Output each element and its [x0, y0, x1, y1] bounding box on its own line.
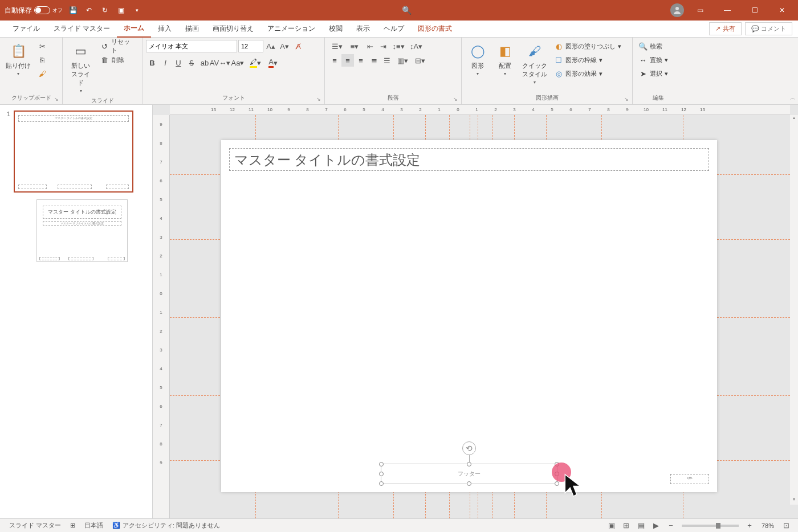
paste-button[interactable]: 📋 貼り付け ▾: [3, 40, 33, 79]
increase-font-icon[interactable]: A▴: [264, 40, 277, 52]
minimize-icon[interactable]: —: [716, 2, 739, 19]
justify-button[interactable]: ≣: [368, 54, 380, 67]
align-text-button[interactable]: ⊟▾: [412, 54, 429, 67]
shape-effects-button[interactable]: ◎図形の効果▾: [552, 67, 624, 80]
tab-transitions[interactable]: 画面切り替え: [206, 21, 260, 37]
status-mode[interactable]: スライド マスター: [5, 521, 66, 530]
quick-styles-button[interactable]: 🖌 クイック スタイル ▾: [520, 40, 549, 87]
align-right-button[interactable]: ≡: [355, 54, 367, 67]
title-placeholder[interactable]: マスター タイトルの書式設定: [229, 148, 709, 171]
strikethrough-button[interactable]: S̶: [185, 56, 198, 69]
qat-customize-icon[interactable]: ▾: [131, 5, 142, 16]
indent-increase-button[interactable]: ⇥: [377, 40, 389, 52]
toggle-switch[interactable]: [34, 6, 50, 14]
align-left-button[interactable]: ≡: [328, 54, 341, 67]
user-avatar-icon[interactable]: [670, 3, 684, 17]
resize-handle[interactable]: [467, 462, 471, 466]
new-slide-button[interactable]: ▭ 新しい スライド ▾: [66, 40, 96, 96]
font-name-input[interactable]: [146, 40, 237, 52]
find-button[interactable]: 🔍検索: [636, 40, 670, 52]
dialog-launcher-icon[interactable]: ↘: [624, 96, 629, 102]
font-size-input[interactable]: [238, 40, 263, 52]
line-spacing-button[interactable]: ↕≡▾: [390, 40, 407, 52]
resize-handle[interactable]: [555, 481, 559, 486]
arrange-button[interactable]: ◧ 配置 ▾: [492, 40, 518, 79]
page-number-placeholder[interactable]: ‹#›: [670, 474, 709, 484]
italic-button[interactable]: I: [159, 56, 172, 69]
collapse-ribbon-icon[interactable]: ︿: [790, 94, 796, 102]
text-direction-button[interactable]: ↕A▾: [408, 40, 425, 52]
status-language[interactable]: 日本語: [80, 521, 108, 530]
zoom-in-button[interactable]: +: [742, 520, 757, 531]
reading-view-icon[interactable]: ▤: [634, 520, 649, 531]
tab-review[interactable]: 校閲: [322, 21, 349, 37]
tab-file[interactable]: ファイル: [6, 21, 47, 37]
status-notes-icon[interactable]: ⊞: [66, 522, 80, 529]
cut-button[interactable]: ✂: [35, 40, 49, 52]
slideshow-icon[interactable]: ▶: [649, 520, 663, 531]
distribute-button[interactable]: ☰: [381, 54, 393, 67]
tab-shape-format[interactable]: 図形の書式: [411, 21, 459, 37]
columns-button[interactable]: ▥▾: [394, 54, 411, 67]
change-case-button[interactable]: Aa▾: [229, 56, 246, 69]
tab-animations[interactable]: アニメーション: [260, 21, 322, 37]
zoom-slider[interactable]: [682, 525, 739, 527]
fit-to-window-icon[interactable]: ⊡: [779, 520, 793, 531]
tab-help[interactable]: ヘルプ: [377, 21, 411, 37]
dialog-launcher-icon[interactable]: ↘: [316, 96, 321, 102]
scroll-down-icon[interactable]: ▾: [790, 497, 798, 505]
shape-fill-button[interactable]: ◐図形の塗りつぶし▾: [552, 40, 624, 52]
rotate-handle-icon[interactable]: ⟲: [462, 441, 476, 455]
normal-view-icon[interactable]: ▣: [604, 520, 619, 531]
shape-outline-button[interactable]: ☐図形の枠線▾: [552, 54, 624, 66]
undo-icon[interactable]: ↶: [83, 5, 95, 16]
search-icon[interactable]: 🔍: [402, 6, 412, 15]
tab-draw[interactable]: 描画: [178, 21, 206, 37]
slide-layout-thumbnail[interactable]: マスター タイトルの書式設定 マスター サブタイトルの書式設定: [36, 199, 128, 262]
copy-button[interactable]: ⎘: [35, 54, 49, 66]
comment-button[interactable]: 💬 コメント: [745, 22, 792, 35]
tab-insert[interactable]: 挿入: [151, 21, 178, 37]
char-spacing-button[interactable]: AV↔▾: [211, 56, 229, 69]
slide-editor[interactable]: 13121110987654321012345678910111213 9876…: [153, 105, 798, 518]
tab-home[interactable]: ホーム: [117, 20, 151, 38]
format-painter-button[interactable]: 🖌: [35, 67, 49, 80]
resize-handle[interactable]: [379, 462, 384, 466]
delete-button[interactable]: 🗑削除: [98, 54, 139, 66]
underline-button[interactable]: U: [172, 56, 185, 69]
slider-thumb[interactable]: [716, 523, 720, 529]
decrease-font-icon[interactable]: A▾: [278, 40, 291, 52]
dialog-launcher-icon[interactable]: ↘: [54, 96, 59, 102]
scroll-up-icon[interactable]: ▴: [790, 115, 798, 123]
footer-placeholder[interactable]: ⟲ フッター: [381, 464, 557, 484]
status-accessibility[interactable]: ♿ アクセシビリティ: 問題ありません: [108, 521, 225, 530]
clear-format-icon[interactable]: A̸: [292, 40, 304, 52]
highlight-button[interactable]: 🖍▾: [247, 56, 264, 69]
close-icon[interactable]: ✕: [771, 2, 793, 19]
presentation-icon[interactable]: ▣: [115, 5, 127, 16]
maximize-icon[interactable]: ☐: [743, 2, 766, 19]
align-center-button[interactable]: ≡: [341, 54, 354, 67]
resize-handle[interactable]: [379, 481, 384, 486]
zoom-level[interactable]: 78%: [757, 522, 779, 529]
bold-button[interactable]: B: [146, 56, 158, 69]
save-icon[interactable]: 💾: [67, 5, 79, 16]
autosave-toggle[interactable]: 自動保存 オフ: [5, 6, 63, 15]
slide-thumbnail-panel[interactable]: 1 マスター タイトルの書式設定 マスター タイトルの書式設定 マスター サブタ…: [0, 105, 153, 518]
shapes-button[interactable]: ◯ 図形 ▾: [465, 40, 490, 79]
font-color-button[interactable]: A▾: [264, 56, 282, 69]
shadow-button[interactable]: ab: [198, 56, 211, 69]
share-button[interactable]: ↗ 共有: [709, 22, 742, 35]
vertical-scrollbar[interactable]: ▴ ▾: [790, 115, 798, 505]
ribbon-display-icon[interactable]: ▭: [689, 2, 711, 19]
replace-button[interactable]: ↔置換▾: [636, 54, 670, 66]
slide-canvas[interactable]: マスター タイトルの書式設定 ⟲ フッター ‹#›: [221, 140, 717, 492]
zoom-out-button[interactable]: −: [663, 520, 678, 531]
select-button[interactable]: ➤選択▾: [636, 67, 670, 80]
indent-decrease-button[interactable]: ⇤: [364, 40, 376, 52]
slide-master-thumbnail[interactable]: マスター タイトルの書式設定: [14, 111, 133, 193]
tab-view[interactable]: 表示: [349, 21, 377, 37]
dialog-launcher-icon[interactable]: ↘: [453, 96, 458, 102]
resize-handle[interactable]: [467, 481, 471, 486]
tab-slide-master[interactable]: スライド マスター: [47, 21, 117, 37]
